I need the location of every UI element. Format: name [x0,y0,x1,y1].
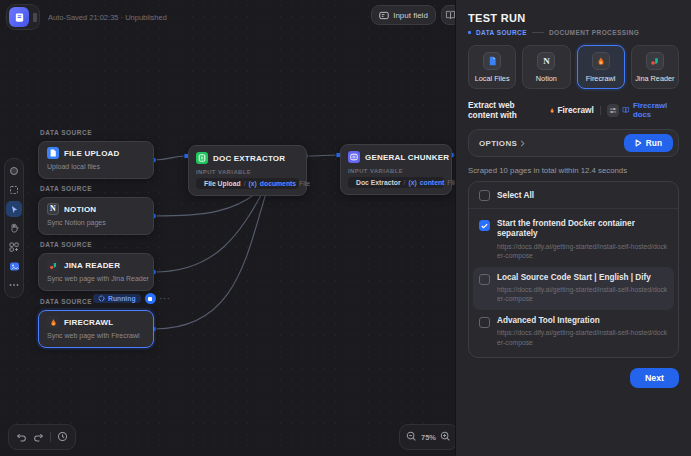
source-card-jina-reader[interactable]: Jina Reader [631,45,679,89]
node-tag-file-upload: DATA SOURCE [40,129,92,136]
workflow-canvas[interactable]: DATA SOURCE FILE UPLOAD Upload local fil… [0,0,455,456]
page-row[interactable]: Advanced Tool Integration https://docs.d… [473,310,674,353]
doc-extractor-input-pill: File Upload / (x) documents File [196,178,299,189]
node-file-upload[interactable]: FILE UPLOAD Upload local files [38,141,154,179]
firecrawl-running-badge: Running [93,294,141,303]
zoom-controls: 75% [399,424,458,450]
app-header-left: Auto-Saved 21:02:35 · Unpublished [6,4,167,30]
firecrawl-flame-icon [549,106,555,115]
chevron-right-icon [520,140,525,147]
select-all-checkbox[interactable] [479,190,490,201]
page-url: https://docs.dify.ai/getting-started/ins… [497,242,668,261]
circle-tool-icon[interactable] [6,163,22,179]
next-button[interactable]: Next [630,368,679,388]
input-field-button[interactable]: Input field [371,5,436,25]
input-variable-label: INPUT VARIABLE [196,169,299,175]
step-data-source: DATA SOURCE [476,29,527,36]
page-url: https://docs.dify.ai/getting-started/ins… [497,285,668,304]
frame-tool-icon[interactable] [6,182,22,198]
firecrawl-icon [47,316,59,328]
general-chunker-icon [348,151,360,163]
docs-book-icon [622,106,630,114]
play-icon [635,139,642,147]
spinner-icon [98,295,105,302]
firecrawl-docs-link[interactable]: Firecrawl docs [622,101,679,119]
divider [50,432,51,442]
app-logo-wrap[interactable] [6,4,40,30]
node-subtitle: Sync web page with Firecrawl [47,332,145,339]
node-subtitle: Sync Notion pages [47,219,145,226]
node-firecrawl[interactable]: FIRECRAWL Sync web page with Firecrawl [38,310,154,348]
divider [600,106,601,115]
zoom-in-button[interactable] [440,428,451,446]
app-logo-icon [9,7,29,27]
scrape-summary: Scraped 10 pages in total within 12.4 se… [468,166,679,175]
node-more-icon[interactable]: ··· [160,297,171,301]
page-title: Advanced Tool Integration [497,316,668,326]
general-chunker-input-pill: Doc Extractor / (x) content File [348,177,444,188]
node-general-chunker[interactable]: GENERAL CHUNKER INPUT VARIABLE Doc Extra… [340,144,452,195]
node-title: FIRECRAWL [64,318,113,327]
select-all-label: Select All [497,190,534,200]
input-field-icon [379,11,389,20]
options-toggle[interactable]: OPTIONS [479,139,525,148]
input-variable-label: INPUT VARIABLE [348,168,444,174]
zoom-level[interactable]: 75% [421,433,436,442]
extract-settings-button[interactable] [607,104,620,117]
node-jina-reader[interactable]: JINA READER Sync web page with Jina Read… [38,253,154,291]
page-checkbox[interactable] [479,220,490,231]
node-tag-firecrawl: DATA SOURCE [40,298,92,305]
history-controls [8,424,76,450]
more-tools-icon[interactable] [6,277,22,293]
node-title: GENERAL CHUNKER [365,153,449,162]
pointer-tool-icon[interactable] [6,201,22,217]
node-title: JINA READER [64,261,120,270]
test-run-panel: TEST RUN DATA SOURCE DOCUMENT PROCESSING… [455,0,691,456]
redo-button[interactable] [33,428,44,446]
note-icon[interactable] [6,258,22,274]
step-document-processing: DOCUMENT PROCESSING [549,29,639,36]
file-upload-icon [47,147,59,159]
notion-icon: N [537,52,555,70]
node-tag-notion: DATA SOURCE [40,185,92,192]
extract-header: Extract web content with Firecrawl Firec… [468,100,679,120]
stop-node-button[interactable] [145,293,156,304]
page-checkbox[interactable] [479,317,490,328]
node-title: DOC EXTRACTOR [213,154,285,163]
source-card-local-files[interactable]: Local Files [468,45,516,89]
step-indicator: DATA SOURCE DOCUMENT PROCESSING [468,29,679,36]
node-title: NOTION [64,205,96,214]
node-notion[interactable]: N NOTION Sync Notion pages [38,197,154,235]
jina-reader-icon [47,259,59,271]
run-button[interactable]: Run [624,134,673,152]
undo-button[interactable] [16,428,27,446]
page-title: Local Source Code Start | English | Dify [497,273,668,283]
node-doc-extractor[interactable]: DOC EXTRACTOR INPUT VARIABLE File Upload… [188,145,307,196]
notion-icon: N [47,203,59,215]
canvas-tool-rail [4,158,24,298]
jina-reader-icon [646,52,664,70]
page-url: https://docs.dify.ai/getting-started/ins… [497,328,668,347]
page-row[interactable]: Start the frontend Docker container sepa… [473,213,674,267]
autosave-status: Auto-Saved 21:02:35 · Unpublished [48,13,167,22]
node-tag-jina-reader: DATA SOURCE [40,241,92,248]
source-card-firecrawl[interactable]: Firecrawl [577,45,625,89]
change-history-button[interactable] [57,428,68,446]
organize-icon[interactable] [6,239,22,255]
source-card-notion[interactable]: N Notion [522,45,570,89]
page-title: Start the frontend Docker container sepa… [497,219,668,240]
firecrawl-icon [592,52,610,70]
extract-title: Extract web content with Firecrawl [468,100,594,120]
page-checkbox[interactable] [479,274,490,285]
select-all-row[interactable]: Select All [469,182,678,209]
logo-grip-icon [33,13,37,22]
data-source-cards: Local Files N Notion Firecrawl Jina Read… [468,45,679,89]
node-subtitle: Upload local files [47,163,145,170]
hand-tool-icon[interactable] [6,220,22,236]
node-subtitle: Sync web page with Jina Reader [47,275,145,282]
scraped-pages-list: Select All Start the frontend Docker con… [468,181,679,358]
panel-title: TEST RUN [468,12,679,24]
step-dot [468,31,471,34]
page-row[interactable]: Local Source Code Start | English | Dify… [473,267,674,310]
zoom-out-button[interactable] [406,428,417,446]
